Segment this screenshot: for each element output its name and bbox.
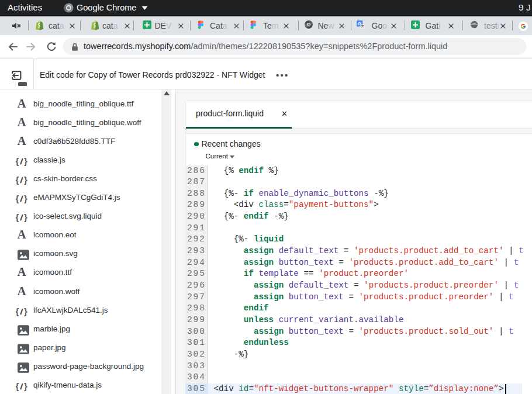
svg-text:{: {	[16, 193, 19, 203]
svg-text:{: {	[16, 381, 19, 391]
svg-text:{: {	[16, 212, 19, 222]
svg-text:{: {	[16, 306, 19, 316]
svg-text:}: }	[24, 306, 27, 316]
svg-text:}: }	[24, 156, 27, 166]
svg-text:}: }	[24, 193, 27, 203]
svg-text:}: }	[24, 212, 27, 222]
svg-text:}: }	[24, 381, 27, 391]
svg-text:{: {	[16, 156, 19, 166]
svg-text:{: {	[16, 175, 19, 185]
svg-text:}: }	[24, 175, 27, 185]
